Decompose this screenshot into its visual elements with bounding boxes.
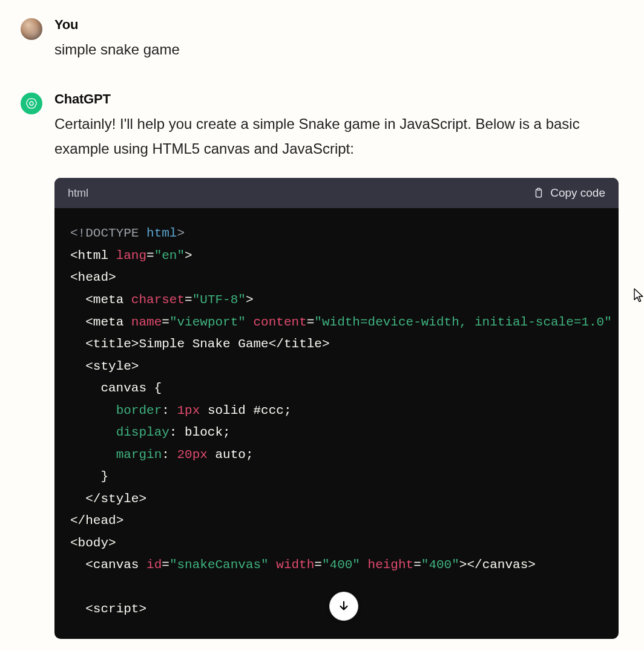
- user-text: simple snake game: [54, 38, 623, 62]
- user-avatar: [21, 18, 42, 40]
- assistant-message-body: ChatGPT Certainly! I'll help you create …: [54, 91, 623, 639]
- code-block-header: html Copy code: [54, 178, 619, 208]
- assistant-text: Certainly! I'll help you create a simple…: [54, 112, 623, 162]
- chat-thread: You simple snake game ChatGPT Certainly!…: [0, 0, 644, 639]
- svg-point-0: [30, 102, 33, 105]
- assistant-avatar: [21, 93, 42, 114]
- user-message-body: You simple snake game: [54, 17, 623, 62]
- clipboard-icon: [533, 187, 544, 199]
- svg-rect-1: [536, 189, 542, 197]
- user-name: You: [54, 17, 623, 33]
- scroll-to-bottom-button[interactable]: [329, 592, 358, 621]
- assistant-message: ChatGPT Certainly! I'll help you create …: [21, 91, 623, 639]
- code-block: html Copy code <!DOCTYPE html> <html lan…: [54, 178, 619, 639]
- code-content[interactable]: <!DOCTYPE html> <html lang="en"> <head> …: [54, 208, 619, 639]
- chatgpt-logo-icon: [25, 97, 38, 110]
- svg-rect-2: [537, 189, 540, 191]
- copy-code-label: Copy code: [550, 186, 605, 200]
- arrow-down-icon: [337, 600, 350, 613]
- user-message: You simple snake game: [21, 17, 623, 62]
- assistant-name: ChatGPT: [54, 91, 623, 107]
- copy-code-button[interactable]: Copy code: [533, 186, 605, 200]
- code-language-label: html: [68, 187, 88, 200]
